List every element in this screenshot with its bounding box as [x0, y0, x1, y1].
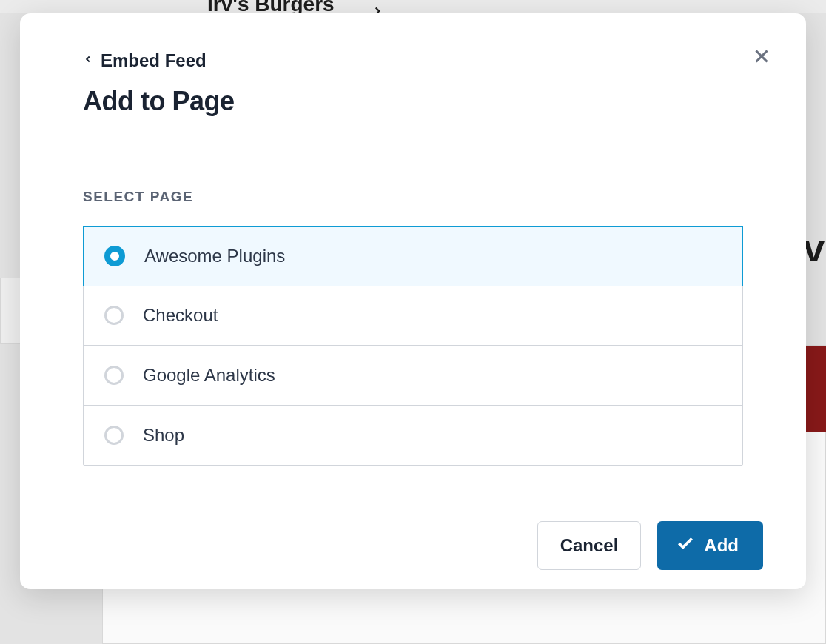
- cancel-button[interactable]: Cancel: [537, 521, 642, 570]
- modal-header: Embed Feed Add to Page: [20, 13, 806, 150]
- cancel-button-label: Cancel: [560, 535, 619, 556]
- modal-footer: Cancel Add: [20, 500, 806, 589]
- radio-icon: [104, 366, 124, 385]
- radio-option-google-analytics[interactable]: Google Analytics: [84, 346, 742, 406]
- radio-option-checkout[interactable]: Checkout: [84, 286, 742, 346]
- breadcrumb-label: Embed Feed: [101, 50, 206, 71]
- radio-label: Google Analytics: [143, 365, 275, 386]
- page-radio-list: Awesome Plugins Checkout Google Analytic…: [83, 226, 743, 466]
- radio-option-shop[interactable]: Shop: [84, 406, 742, 465]
- add-button-label: Add: [704, 535, 739, 556]
- add-button[interactable]: Add: [657, 521, 763, 570]
- radio-icon: [104, 426, 124, 445]
- close-button[interactable]: [747, 43, 776, 73]
- radio-label: Awesome Plugins: [144, 246, 285, 266]
- radio-option-awesome-plugins[interactable]: Awesome Plugins: [83, 226, 743, 286]
- modal-body: SELECT PAGE Awesome Plugins Checkout Goo…: [20, 150, 806, 500]
- radio-label: Checkout: [143, 305, 218, 326]
- section-label: SELECT PAGE: [83, 189, 743, 205]
- radio-label: Shop: [143, 425, 184, 446]
- close-icon: [751, 45, 773, 70]
- chevron-left-icon: [83, 51, 93, 70]
- check-icon: [676, 534, 695, 557]
- radio-icon: [104, 246, 125, 266]
- modal-title: Add to Page: [83, 86, 763, 117]
- breadcrumb-back[interactable]: Embed Feed: [83, 50, 763, 71]
- radio-icon: [104, 306, 124, 325]
- modal-dialog: Embed Feed Add to Page SELECT PAGE Aweso…: [20, 13, 806, 589]
